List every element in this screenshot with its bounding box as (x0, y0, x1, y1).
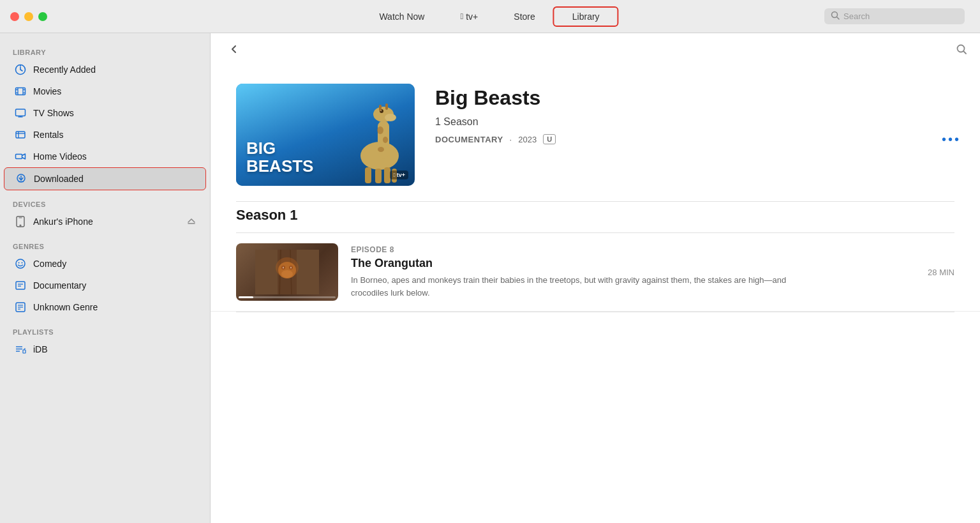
tab-library[interactable]: Library (553, 6, 619, 27)
sidebar-item-movies[interactable]: Movies (4, 80, 206, 102)
search-icon (831, 11, 840, 22)
content-header (211, 33, 980, 68)
sidebar-item-ankur-iphone[interactable]: Ankur's iPhone (4, 211, 206, 232)
unknown-genre-icon (14, 301, 27, 314)
svg-point-23 (20, 225, 21, 226)
show-meta: DOCUMENTARY · 2023 U (435, 134, 954, 144)
show-details: Big Beasts 1 Season DOCUMENTARY · 2023 U (435, 84, 954, 144)
genres-section-label: Genres (0, 238, 210, 253)
window-controls (10, 12, 47, 21)
sidebar-item-recently-added[interactable]: Recently Added (4, 59, 206, 80)
sidebar-item-documentary[interactable]: Documentary (4, 275, 206, 296)
svg-rect-17 (16, 155, 22, 159)
svg-rect-14 (16, 132, 25, 138)
sidebar-item-downloaded[interactable]: Downloaded (4, 167, 206, 190)
close-button[interactable] (10, 12, 19, 21)
svg-rect-50 (385, 103, 388, 110)
comedy-icon (14, 257, 27, 270)
show-info: BIG BEASTS  tv+ Big Beasts 1 Season DOC… (211, 68, 980, 201)
show-year: 2023 (518, 135, 537, 144)
download-icon (15, 172, 27, 185)
episode-item[interactable]: EPISODE 8 The Orangutan In Borneo, apes … (211, 233, 980, 312)
episode-thumbnail (236, 243, 338, 301)
show-thumb-title: BIG BEASTS (246, 139, 313, 176)
show-rating: U (543, 134, 556, 144)
devices-section-label: Devices (0, 195, 210, 211)
svg-point-26 (19, 262, 20, 264)
apple-logo-icon:  (460, 11, 463, 21)
season-header: Season 1 (211, 202, 980, 232)
sidebar-item-unknown-genre[interactable]: Unknown Genre (4, 296, 206, 318)
search-right-button[interactable] (956, 43, 967, 58)
svg-rect-54 (365, 167, 371, 183)
show-season: 1 Season (435, 116, 954, 128)
svg-point-68 (276, 257, 299, 278)
playlists-section-label: Playlists (0, 323, 210, 338)
svg-line-42 (963, 51, 966, 54)
episode-duration: 28 MIN (928, 268, 954, 277)
main-layout: Library Recently Added (0, 33, 980, 523)
content-area: BIG BEASTS  tv+ Big Beasts 1 Season DOC… (211, 33, 980, 523)
svg-rect-4 (16, 88, 26, 95)
tab-appletv-label: tv+ (466, 11, 478, 22)
meta-dot: · (510, 135, 512, 144)
svg-point-3 (20, 65, 21, 66)
search-input[interactable] (843, 11, 958, 21)
episode-details: EPISODE 8 The Orangutan In Borneo, apes … (351, 245, 915, 299)
titlebar: Watch Now  tv+ Store Library (0, 0, 980, 33)
svg-rect-38 (23, 350, 26, 353)
sidebar: Library Recently Added (0, 33, 211, 523)
sidebar-item-comedy[interactable]: Comedy (4, 253, 206, 275)
episode-description: In Borneo, apes and monkeys train their … (351, 274, 798, 299)
rentals-label: Rentals (33, 130, 63, 140)
nav-tabs: Watch Now  tv+ Store Library (361, 6, 618, 27)
show-thumbnail: BIG BEASTS  tv+ (236, 84, 415, 186)
svg-point-51 (377, 126, 383, 134)
sidebar-item-tv-shows[interactable]: TV Shows (4, 102, 206, 124)
tv-icon (14, 107, 27, 119)
recently-added-label: Recently Added (33, 64, 96, 75)
unknown-genre-label: Unknown Genre (33, 302, 98, 312)
comedy-label: Comedy (33, 259, 66, 269)
back-button[interactable] (223, 41, 245, 61)
episode-title: The Orangutan (351, 257, 915, 270)
ankur-iphone-label: Ankur's iPhone (33, 216, 93, 227)
sidebar-item-home-videos[interactable]: Home Videos (4, 146, 206, 167)
rental-icon (14, 128, 27, 141)
sidebar-item-rentals[interactable]: Rentals (4, 124, 206, 146)
divider-bottom (236, 312, 954, 312)
minimize-button[interactable] (24, 12, 33, 21)
sidebar-item-idb[interactable]: iDB (4, 338, 206, 360)
clock-icon (14, 63, 27, 76)
tab-store[interactable]: Store (496, 8, 553, 26)
eject-icon[interactable] (187, 216, 196, 227)
svg-rect-49 (379, 105, 382, 111)
downloaded-label: Downloaded (34, 174, 84, 184)
documentary-icon (14, 279, 27, 292)
svg-rect-28 (16, 282, 25, 289)
svg-point-53 (378, 147, 384, 152)
film-icon (14, 85, 27, 98)
movies-label: Movies (33, 86, 61, 96)
episode-progress-bar (239, 296, 336, 298)
show-title: Big Beasts (435, 86, 954, 110)
iphone-icon (14, 215, 27, 228)
svg-point-46 (385, 114, 396, 121)
playlist-icon (14, 343, 27, 356)
svg-point-25 (16, 259, 25, 268)
search-area (824, 8, 965, 24)
tv-shows-label: TV Shows (33, 108, 74, 118)
episode-number: EPISODE 8 (351, 245, 915, 254)
svg-rect-55 (375, 169, 382, 183)
home-video-icon (14, 150, 27, 163)
documentary-label: Documentary (33, 280, 86, 291)
maximize-button[interactable] (38, 12, 47, 21)
more-options-button[interactable]: ••• (942, 132, 961, 147)
svg-rect-11 (16, 109, 26, 116)
tab-watch-now[interactable]: Watch Now (361, 8, 442, 26)
tab-appletv-plus[interactable]:  tv+ (442, 8, 496, 26)
svg-point-52 (383, 137, 388, 143)
show-genre: DOCUMENTARY (435, 135, 503, 144)
idb-label: iDB (33, 344, 48, 354)
svg-point-27 (22, 262, 23, 264)
